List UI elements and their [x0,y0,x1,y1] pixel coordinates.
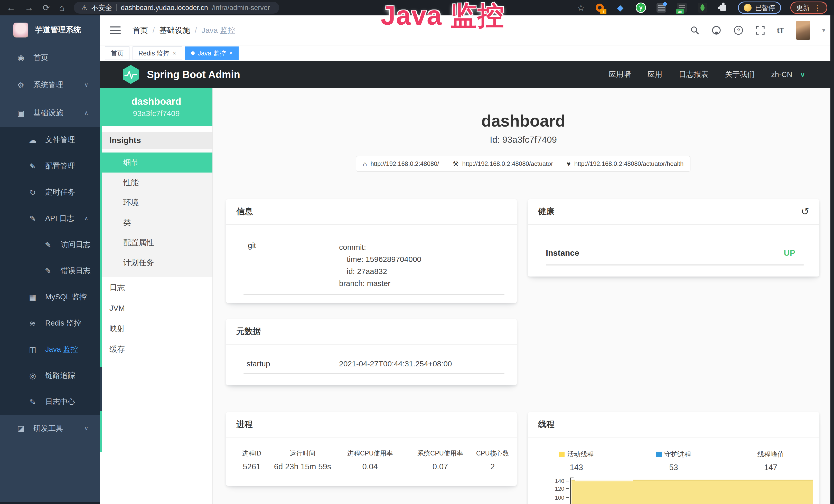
extension-y-icon[interactable]: y [635,2,646,13]
tab-redis-monitor[interactable]: Redis 监控 × [133,46,182,60]
legend-peak-threads: 线程峰值 [722,450,819,459]
font-size-icon[interactable]: tT [777,26,784,35]
help-icon[interactable]: ? [733,25,744,36]
sidebar-item-mysql-monitor[interactable]: ▦ MySQL 监控 [0,284,100,310]
error-log-icon: ✎ [43,267,53,275]
annotation-java-monitor: Java 监控 [381,0,504,34]
avatar-caret-icon[interactable]: ▾ [822,27,825,34]
y-tick-100: 100 [550,495,564,501]
actuator-url-button[interactable]: ⚒ http://192.168.0.2:48080/actuator [446,156,560,171]
sba-nav-wallboard[interactable]: 应用墙 [609,69,631,79]
threads-values: 143 53 147 [528,463,819,472]
instance-id: 93a3fc7f7409 [100,109,213,118]
extension-grid-icon[interactable] [656,2,667,13]
home-icon: ⌂ [363,160,367,168]
extension-orange-icon[interactable]: 1 [594,2,606,13]
security-label[interactable]: 不安全 [91,3,112,12]
breadcrumb-home[interactable]: 首页 [133,25,148,36]
history-icon[interactable]: ↺ [801,206,809,217]
menu-item-jvm[interactable]: JVM [100,298,213,318]
timer-icon: ↻ [27,188,38,197]
health-card: 健康 ↺ Instance UP [528,199,819,276]
sidebar-item-file-mgmt[interactable]: ☁ 文件管理 [0,127,100,153]
chart-y-axis [570,478,571,504]
sidebar-item-system-mgmt[interactable]: ⚙ 系统管理 ∨ [0,71,100,99]
menu-item-classes[interactable]: 类 [100,212,213,233]
sba-nav-about[interactable]: 关于我们 [725,69,755,79]
info-card-title: 信息 [226,199,517,225]
sidebar-scrollbar-thumb[interactable] [100,367,102,411]
extension-on-icon[interactable]: on [676,2,687,13]
forward-icon[interactable]: → [25,3,34,12]
breadcrumb-infrastructure[interactable]: 基础设施 [159,25,190,36]
service-url-button[interactable]: ⌂ http://192.168.0.2:48080/ [356,156,446,171]
github-icon[interactable] [711,25,722,36]
profile-paused-pill[interactable]: 已暂停 [738,2,781,14]
extensions-puzzle-icon[interactable] [717,2,729,13]
fullscreen-icon[interactable] [755,25,765,35]
hamburger-icon[interactable] [110,26,121,34]
sidebar-item-config-mgmt[interactable]: ✎ 配置管理 [0,153,100,179]
app-logo-row[interactable]: 芋道管理系统 [0,16,100,44]
info-key: git [248,241,339,289]
menu-item-config-props[interactable]: 配置属性 [100,233,213,253]
page-title: dashboard [213,111,834,131]
url-host[interactable]: dashboard.yudao.iocoder.cn [121,4,208,12]
locale-chevron-icon[interactable]: ∨ [800,70,806,79]
close-icon[interactable]: × [173,49,176,57]
browser-home-icon[interactable]: ⌂ [59,3,65,12]
sba-instance-header[interactable]: dashboard 93a3fc7f7409 [100,88,213,126]
sidebar-item-scheduled-jobs[interactable]: ↻ 定时任务 [0,179,100,205]
menu-item-scheduled-tasks[interactable]: 计划任务 [100,253,213,273]
sba-nav-journal[interactable]: 日志报表 [679,69,708,79]
sidebar-item-tracing[interactable]: ◎ 链路追踪 [0,363,100,389]
sidebar-item-error-log[interactable]: ✎ 错误日志 [0,258,100,284]
browser-menu-icon[interactable]: ⋮ [814,3,821,12]
page-scrollbar[interactable] [830,16,834,504]
log-center-icon: ✎ [27,397,38,407]
sidebar-item-home[interactable]: ◉ 首页 [0,44,100,71]
sidebar-item-dev-tools[interactable]: ◪ 研发工具 ∨ [0,415,100,442]
sidebar-item-infrastructure[interactable]: ▣ 基础设施 ∧ [0,99,100,127]
search-icon[interactable] [690,26,699,35]
row-divider [243,373,504,374]
close-icon[interactable]: × [229,49,233,57]
health-instance-row[interactable]: Instance UP [528,225,819,258]
chevron-down-icon: ∨ [84,82,88,88]
menu-item-caches[interactable]: 缓存 [100,339,213,360]
bookmark-star-icon[interactable]: ☆ [577,3,585,12]
menu-item-details[interactable]: 细节 [100,153,213,173]
health-url-button[interactable]: ♥ http://192.168.0.2:48080/actuator/heal… [560,156,690,171]
heart-icon: ♥ [567,160,570,168]
extension-pin-icon[interactable]: ◆ [615,2,626,13]
sidebar-item-java-monitor[interactable]: ◫ Java 监控 [0,336,100,363]
sba-nav-applications[interactable]: 应用 [647,69,662,79]
sidebar-item-access-log[interactable]: ✎ 访问日志 [0,232,100,258]
sidebar-item-redis-monitor[interactable]: ≋ Redis 监控 [0,310,100,336]
menu-item-environment[interactable]: 环境 [100,192,213,212]
tab-home[interactable]: 首页 [105,46,129,60]
tab-java-monitor[interactable]: Java 监控 × [185,46,239,60]
back-icon[interactable]: ← [7,3,16,12]
chrome-update-button[interactable]: 更新 ⋮ [790,2,827,14]
legend-daemon-threads: 守护进程 [625,450,722,459]
menu-item-logs[interactable]: 日志 [100,277,213,298]
sba-locale-select[interactable]: zh-CN [771,70,792,79]
extension-on-badge: on [676,9,684,14]
sba-logo-icon [122,65,140,85]
instance-link-group: ⌂ http://192.168.0.2:48080/ ⚒ http://192… [213,156,834,171]
url-path: /infra/admin-server [212,4,270,12]
legend-blue-swatch [656,452,662,457]
window-bottom-edge [0,502,100,504]
sba-brand-title[interactable]: Spring Boot Admin [147,69,240,81]
extension-leaf-icon[interactable] [697,2,708,13]
menu-item-mappings[interactable]: 映射 [100,318,213,339]
svg-text:?: ? [737,27,740,33]
menu-item-metrics[interactable]: 性能 [100,173,213,192]
reload-icon[interactable]: ⟳ [43,3,50,12]
sidebar-item-api-log[interactable]: ✎ API 日志 ∧ [0,205,100,232]
sidebar-item-log-center[interactable]: ✎ 日志中心 [0,389,100,415]
address-bar[interactable]: ⚠ 不安全 dashboard.yudao.iocoder.cn/infra/a… [74,2,279,14]
wrench-icon: ⚒ [453,160,459,168]
user-avatar[interactable] [796,21,810,40]
